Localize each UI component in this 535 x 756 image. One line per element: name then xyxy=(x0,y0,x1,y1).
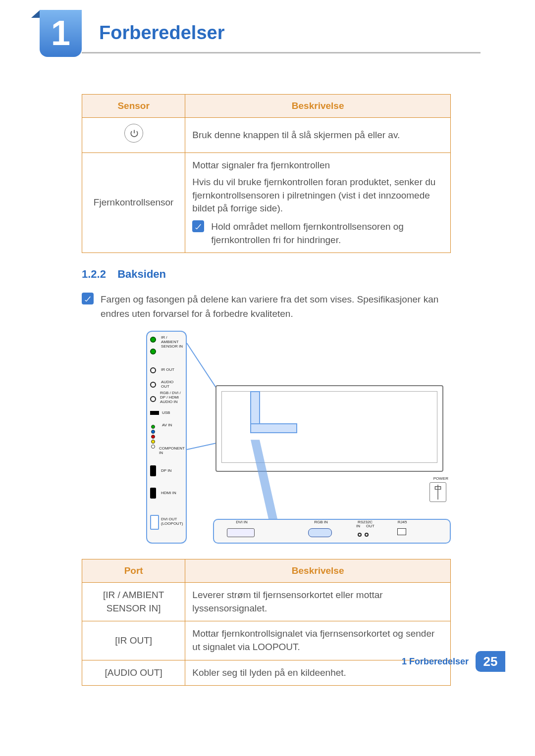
port-table-header-port: Port xyxy=(82,559,185,583)
section-number: 1.2.2 xyxy=(82,268,106,280)
port-row1-name: [IR / AMBIENT SENSOR IN] xyxy=(82,583,185,621)
power-connector xyxy=(429,482,446,502)
label-dp-in: DP IN xyxy=(161,469,171,473)
chapter-title: Forberedelser xyxy=(99,22,224,44)
bottom-port-panel: DVI IN RGB IN RS232C IN OUT RJ45 xyxy=(213,519,451,544)
sensor-row2-line2: Hvis du vil bruke fjernkontrollen foran … xyxy=(192,176,443,215)
component-av-cluster xyxy=(151,425,155,449)
rgb-in-port xyxy=(308,528,332,537)
label-hdmi-in: HDMI IN xyxy=(161,491,176,496)
footer-page-number: 25 xyxy=(476,651,505,672)
sensor-row1-desc: Bruk denne knappen til å slå skjermen på… xyxy=(185,118,451,153)
label-component-in: COMPONENT IN xyxy=(159,447,185,455)
sensor-table-header-sensor: Sensor xyxy=(82,95,185,118)
label-power: POWER xyxy=(433,476,448,481)
chapter-number-badge: 1 xyxy=(40,10,82,57)
port-row1-desc: Leverer strøm til fjernsensorkortet elle… xyxy=(185,583,451,621)
note-icon xyxy=(82,293,94,304)
label-ir-ambient: IR / AMBIENT SENSOR IN xyxy=(161,336,183,349)
monitor-outline xyxy=(215,385,443,472)
port-table-header-description: Beskrivelse xyxy=(185,559,451,583)
sensor-row2-line1: Mottar signaler fra fjernkontrollen xyxy=(192,159,443,172)
page-footer: 1 Forberedelser 25 xyxy=(0,651,535,686)
ir-out-jack xyxy=(150,367,156,373)
label-audio-out: AUDIO OUT xyxy=(161,380,173,389)
table-row: [IR / AMBIENT SENSOR IN] Leverer strøm t… xyxy=(82,583,451,621)
table-row: Bruk denne knappen til å slå skjermen på… xyxy=(82,118,451,153)
power-icon xyxy=(124,124,143,143)
dvi-out-port xyxy=(150,515,159,530)
label-rgb-in: RGB IN xyxy=(306,520,336,524)
label-ir-out: IR OUT xyxy=(161,368,174,372)
usb-port xyxy=(150,411,159,415)
dvi-in-port xyxy=(227,528,255,537)
ir-ambient-jack xyxy=(150,337,156,343)
rs232c-in-jack xyxy=(358,533,362,537)
note-icon xyxy=(192,220,204,232)
audio-out-jack xyxy=(150,382,156,388)
sensor-row2-label: Fjernkontrollsensor xyxy=(82,152,185,253)
label-av-in: AV IN xyxy=(162,423,172,428)
section-title: Baksiden xyxy=(117,268,166,280)
hdmi-in-port xyxy=(150,488,156,499)
label-audio-in: RGB / DVI / DP / HDMI AUDIO IN xyxy=(160,391,181,404)
sensor-row2-note: Hold området mellom fjernkontrollsensore… xyxy=(211,220,443,247)
back-panel-illustration: IR / AMBIENT SENSOR IN IR OUT AUDIO OUT … xyxy=(146,331,453,546)
table-row: Fjernkontrollsensor Mottar signaler fra … xyxy=(82,152,451,253)
label-rj45: RJ45 xyxy=(392,520,412,524)
callout-box xyxy=(250,391,297,433)
label-dvi-out: DVI OUT (LOOPOUT) xyxy=(161,517,183,526)
section-note: Fargen og fasongen på delene kan variere… xyxy=(101,293,451,321)
sensor-table: Sensor Beskrivelse Bruk denne knappen ti… xyxy=(82,94,451,253)
ir-ambient-jack2 xyxy=(150,349,156,354)
sensor-table-header-description: Beskrivelse xyxy=(185,95,451,118)
footer-chapter-ref: 1 Forberedelser xyxy=(402,656,469,667)
rj45-port xyxy=(397,528,406,535)
label-dvi-in: DVI IN xyxy=(227,520,257,524)
rs232c-out-jack xyxy=(365,533,369,537)
audio-in-jack xyxy=(150,396,156,402)
side-port-panel: IR / AMBIENT SENSOR IN IR OUT AUDIO OUT … xyxy=(146,331,187,544)
label-usb: USB xyxy=(162,411,170,415)
dp-in-port xyxy=(150,465,156,476)
